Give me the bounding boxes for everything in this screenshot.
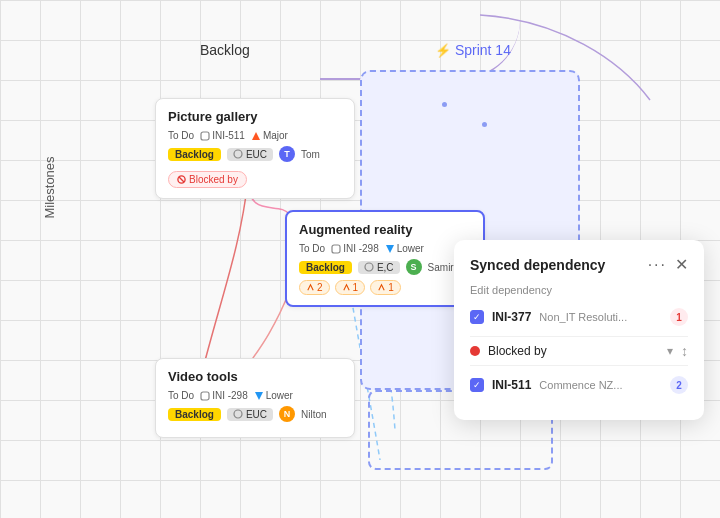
avatar: T [279,146,295,162]
priority-badge: Lower [385,243,424,254]
card-title: Video tools [168,369,342,384]
card-title: Picture gallery [168,109,342,124]
svg-rect-8 [201,392,209,400]
svg-point-2 [234,150,242,158]
picture-gallery-card[interactable]: Picture gallery To Do INI-511 Major Back… [155,98,355,199]
dep-id-1: INI-377 [492,310,531,324]
milestones-label: Milestones [42,156,57,218]
priority-badge: Major [251,130,288,141]
svg-rect-5 [332,245,340,253]
dep-id-2: INI-511 [492,378,531,392]
backlog-tag: Backlog [299,261,352,274]
avatar: N [279,406,295,422]
swap-icon[interactable]: ↕ [681,343,688,359]
status-badge: To Do [168,390,194,401]
synced-dependency-panel: Synced dependency ··· ✕ Edit dependency … [454,240,704,420]
backlog-header: Backlog [200,42,250,58]
video-tools-card[interactable]: Video tools To Do INI -298 Lower Backlog… [155,358,355,438]
chevron-down-icon: ▾ [667,344,673,358]
panel-title: Synced dependency [470,257,605,273]
sprint-icon: ⚡ [435,43,451,58]
card-tags: Backlog E,C S Samir [299,259,471,275]
blocked-by-row[interactable]: Blocked by ▾ ↕ [470,336,688,366]
avatar-name: Nilton [301,409,327,420]
counter-1: 2 [299,280,330,295]
sprint-header: ⚡ Sprint 14 [435,42,511,58]
card-meta: To Do INI-511 Major [168,130,342,141]
status-badge: To Do [168,130,194,141]
dep-name-1: Non_IT Resoluti... [539,311,662,323]
svg-marker-9 [255,392,263,400]
sprint-dot [482,122,487,127]
panel-header: Synced dependency ··· ✕ [470,256,688,274]
dep-row-2[interactable]: INI-511 Commence NZ... 2 [470,376,688,394]
svg-line-4 [179,177,184,182]
avatar-name: Samir [428,262,454,273]
id-badge: INI-511 [200,130,245,141]
card-meta: To Do INI -298 Lower [168,390,342,401]
svg-point-10 [234,410,242,418]
avatar: S [406,259,422,275]
dep-num-2: 2 [670,376,688,394]
dep-checkbox-2[interactable] [470,378,484,392]
backlog-tag: Backlog [168,148,221,161]
priority-badge: Lower [254,390,293,401]
card-tags: Backlog EUC N Nilton [168,406,342,422]
id-badge: INI -298 [200,390,248,401]
close-button[interactable]: ✕ [675,257,688,273]
panel-subtitle: Edit dependency [470,284,688,296]
dep-row-1[interactable]: INI-377 Non_IT Resoluti... 1 [470,308,688,326]
euc-tag: E,C [358,261,400,274]
card-title: Augmented reality [299,222,471,237]
blocked-label: Blocked by [488,344,659,358]
counter-2: 1 [335,280,366,295]
counter-badges: 2 1 1 [299,280,471,295]
avatar-name: Tom [301,149,320,160]
panel-actions: ··· ✕ [648,256,688,274]
euc-tag: EUC [227,408,273,421]
dep-name-2: Commence NZ... [539,379,662,391]
blocked-dot [470,346,480,356]
svg-point-7 [365,263,373,271]
status-badge: To Do [299,243,325,254]
sprint-dot [442,102,447,107]
euc-tag: EUC [227,148,273,161]
id-badge: INI -298 [331,243,379,254]
card-tags: Backlog EUC T Tom [168,146,342,162]
card-meta: To Do INI -298 Lower [299,243,471,254]
dep-num-1: 1 [670,308,688,326]
more-options-button[interactable]: ··· [648,256,667,274]
counter-3: 1 [370,280,401,295]
backlog-tag: Backlog [168,408,221,421]
svg-rect-0 [201,132,209,140]
svg-marker-1 [252,132,260,140]
blocked-badge: Blocked by [168,171,247,188]
svg-marker-6 [386,245,394,253]
dep-checkbox-1[interactable] [470,310,484,324]
